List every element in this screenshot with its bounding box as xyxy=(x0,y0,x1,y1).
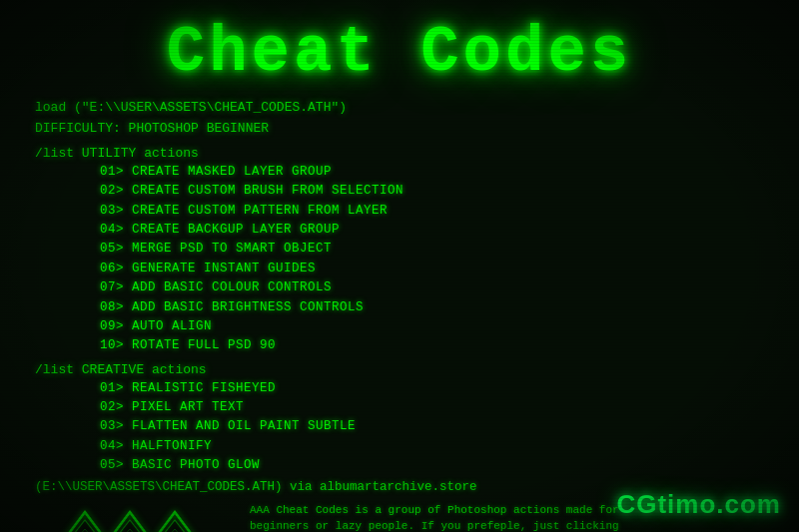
list-item: 02> PIXEL ART TEXT xyxy=(20,398,779,417)
list-item: 07> ADD BASIC COLOUR CONTROLS xyxy=(20,278,779,297)
aaa-logo-svg xyxy=(30,502,230,532)
creative-list: 01> REALISTIC FISHEYED 02> PIXEL ART TEX… xyxy=(20,379,779,476)
list-item: 09> AUTO ALIGN xyxy=(20,317,779,336)
list-item: 04> CREATE BACKGUP LAYER GROUP xyxy=(20,221,779,240)
list-item: 02> CREATE CUSTOM BRUSH FROM SELECTION xyxy=(20,182,779,201)
list-item: 05> BASIC PHOTO GLOW xyxy=(20,456,779,475)
svg-marker-1 xyxy=(48,520,122,532)
watermark-text: CGtimo.com xyxy=(616,489,781,520)
page-title: Cheat Codes xyxy=(20,18,779,88)
svg-marker-10 xyxy=(146,529,204,532)
difficulty-line: DIFFICULTY: PHOTOSHOP BEGINNER xyxy=(35,119,779,140)
list-item: 04> HALFTONIFY xyxy=(20,437,779,456)
list-item: 01> CREATE MASKED LAYER GROUP xyxy=(20,163,779,182)
list-item: 10> ROTATE FULL PSD 90 xyxy=(20,336,779,355)
list-item: 03> FLATTEN AND OIL PAINT SUBTLE xyxy=(20,417,779,436)
logo-area xyxy=(30,502,230,532)
list-item: 08> ADD BASIC BRIGHTNESS CONTROLS xyxy=(20,298,779,317)
bottom-description: AAA Cheat Codes is a group of Photoshop … xyxy=(250,502,629,532)
svg-marker-9 xyxy=(138,520,212,532)
svg-marker-6 xyxy=(101,529,159,532)
load-command: load ("E:\\USER\ASSETS\CHEAT_CODES.ATH") xyxy=(35,98,779,119)
utility-list: 01> CREATE MASKED LAYER GROUP 02> CREATE… xyxy=(20,163,779,356)
svg-marker-2 xyxy=(56,529,114,532)
list-item: 03> CREATE CUSTOM PATTERN FROM LAYER xyxy=(20,202,779,221)
list-item: 05> MERGE PSD TO SMART OBJECT xyxy=(20,240,779,259)
list-item: 06> GENERATE INSTANT GUIDES xyxy=(20,260,779,278)
list-item: 01> REALISTIC FISHEYED xyxy=(20,379,779,398)
creative-header: /list CREATIVE actions xyxy=(20,362,779,377)
utility-header: /list UTILITY actions xyxy=(20,146,779,161)
svg-marker-5 xyxy=(93,520,167,532)
load-line: load ("E:\\USER\ASSETS\CHEAT_CODES.ATH")… xyxy=(20,98,779,140)
